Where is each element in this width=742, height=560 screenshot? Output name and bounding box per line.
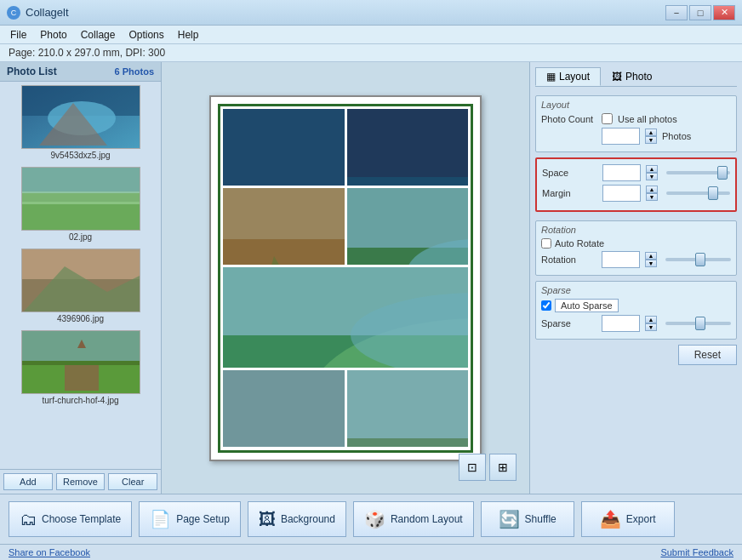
space-down[interactable]: ▼	[646, 173, 658, 180]
grid-tool-button[interactable]: ⊞	[489, 454, 517, 481]
layout-section-title: Layout	[541, 100, 731, 110]
background-button[interactable]: 🖼 Background	[248, 501, 346, 537]
menu-options[interactable]: Options	[122, 27, 170, 43]
photo-count-up[interactable]: ▲	[645, 129, 657, 136]
choose-template-button[interactable]: 🗂 Choose Template	[9, 501, 132, 537]
photo-list-title: Photo List	[7, 66, 57, 77]
shuffle-button[interactable]: 🔄 Shuffle	[481, 501, 574, 537]
auto-rotate-row: Auto Rotate	[541, 238, 731, 249]
rotation-section: Rotation Auto Rotate Rotation 10 ▲ ▼	[535, 220, 737, 276]
sparse-slider[interactable]	[665, 322, 731, 325]
margin-slider[interactable]	[666, 191, 730, 195]
use-all-label: Use all photos	[618, 114, 677, 124]
svg-rect-36	[223, 370, 345, 447]
add-button[interactable]: Add	[3, 473, 53, 490]
photo-grid	[223, 109, 468, 448]
random-layout-button[interactable]: 🎲 Random Layout	[353, 501, 474, 537]
sparse-input[interactable]: 23	[602, 315, 640, 332]
tab-bar: ▦ Layout 🖼 Photo	[535, 67, 737, 87]
menu-collage[interactable]: Collage	[74, 27, 123, 43]
auto-rotate-checkbox[interactable]	[541, 238, 551, 249]
svg-rect-7	[22, 191, 140, 204]
menu-photo[interactable]: Photo	[33, 27, 73, 43]
main-area: Page: 210.0 x 297.0 mm, DPI: 300 Photo L…	[0, 44, 742, 560]
tab-photo[interactable]: 🖼 Photo	[601, 67, 663, 86]
page-setup-button[interactable]: 📄 Page Setup	[139, 501, 241, 537]
close-button[interactable]: ✕	[713, 5, 735, 20]
page-setup-label: Page Setup	[176, 513, 230, 525]
menu-help[interactable]: Help	[171, 27, 206, 43]
crop-tool-button[interactable]: ⊡	[459, 454, 486, 481]
grid-photo	[223, 188, 345, 265]
export-label: Export	[626, 513, 656, 525]
minimize-button[interactable]: −	[665, 5, 688, 20]
margin-down[interactable]: ▼	[646, 193, 658, 201]
canvas-toolbar: ⊡ ⊞	[459, 454, 517, 481]
rotation-slider-thumb	[695, 253, 705, 266]
margin-up[interactable]: ▲	[646, 186, 658, 193]
photo-count-row: Photo Count Use all photos	[541, 113, 731, 124]
page-info: Page: 210.0 x 297.0 mm, DPI: 300	[0, 44, 742, 62]
grid-photo	[347, 188, 469, 265]
margin-input[interactable]: 10	[602, 185, 641, 202]
space-margin-section: Space 0 ▲ ▼ Margin 10 ▲ ▼	[535, 157, 737, 212]
photo-count-input[interactable]: 8	[602, 128, 640, 145]
svg-rect-24	[223, 188, 345, 239]
rotation-label: Rotation	[541, 254, 596, 265]
photo-tab-icon: 🖼	[612, 71, 622, 83]
auto-sparse-checkbox[interactable]	[541, 300, 551, 311]
svg-rect-5	[22, 202, 140, 231]
list-item[interactable]: 4396906.jpg	[3, 249, 157, 323]
list-item[interactable]: turf-church-hof-4.jpg	[3, 330, 157, 405]
sparse-spinner: ▲ ▼	[645, 316, 657, 331]
menu-file[interactable]: File	[3, 27, 33, 43]
photo-list-buttons: Add Remove Clear	[0, 469, 161, 494]
choose-template-label: Choose Template	[42, 513, 121, 525]
space-input[interactable]: 0	[602, 164, 641, 181]
photo-list-scroll[interactable]: 9v5453dxz5.jpg 02.jpg	[0, 82, 161, 469]
svg-rect-6	[22, 168, 140, 193]
rotation-input[interactable]: 10	[602, 251, 640, 268]
remove-button[interactable]: Remove	[56, 473, 106, 490]
window-controls: − □ ✕	[665, 5, 735, 20]
shuffle-icon: 🔄	[499, 509, 520, 529]
photo-thumbnail	[21, 249, 140, 312]
sparse-down[interactable]: ▼	[645, 323, 657, 331]
space-slider-thumb	[717, 166, 728, 180]
grid-photo	[223, 267, 468, 368]
status-bar: Share on Facebook Submit Feedback	[0, 544, 742, 560]
share-facebook-link[interactable]: Share on Facebook	[9, 547, 90, 557]
choose-template-icon: 🗂	[20, 510, 37, 529]
margin-slider-thumb	[708, 186, 718, 200]
rotation-down[interactable]: ▼	[645, 260, 657, 267]
photo-thumbnail	[21, 167, 140, 231]
auto-sparse-badge: Auto Sparse	[555, 299, 619, 312]
submit-feedback-link[interactable]: Submit Feedback	[660, 547, 733, 557]
svg-rect-17	[223, 109, 345, 186]
use-all-checkbox[interactable]	[602, 113, 613, 124]
clear-button[interactable]: Clear	[108, 473, 157, 490]
space-up[interactable]: ▲	[646, 165, 658, 173]
rotation-slider[interactable]	[665, 258, 731, 261]
auto-rotate-label: Auto Rotate	[555, 238, 604, 249]
layout-tab-label: Layout	[559, 71, 590, 83]
list-item[interactable]: 9v5453dxz5.jpg	[3, 85, 157, 160]
rotation-row: Rotation 10 ▲ ▼	[541, 251, 731, 268]
photo-count-label: Photo Count	[541, 114, 596, 124]
space-label: Space	[542, 168, 597, 178]
canvas-area: ⊡ ⊞	[162, 62, 529, 494]
sparse-label: Sparse	[541, 318, 596, 329]
grid-photo	[347, 370, 469, 447]
margin-row: Margin 10 ▲ ▼	[542, 185, 730, 202]
photo-count-down[interactable]: ▼	[645, 136, 657, 144]
maximize-button[interactable]: □	[689, 5, 711, 20]
tab-layout[interactable]: ▦ Layout	[535, 67, 601, 86]
export-button[interactable]: 📤 Export	[581, 501, 675, 537]
rotation-up[interactable]: ▲	[645, 252, 657, 260]
random-layout-icon: 🎲	[364, 509, 385, 529]
reset-button[interactable]: Reset	[678, 345, 737, 365]
list-item[interactable]: 02.jpg	[3, 167, 157, 242]
space-slider[interactable]	[666, 171, 730, 174]
sparse-up[interactable]: ▲	[645, 316, 657, 323]
app-title: Collagelt	[26, 6, 69, 19]
